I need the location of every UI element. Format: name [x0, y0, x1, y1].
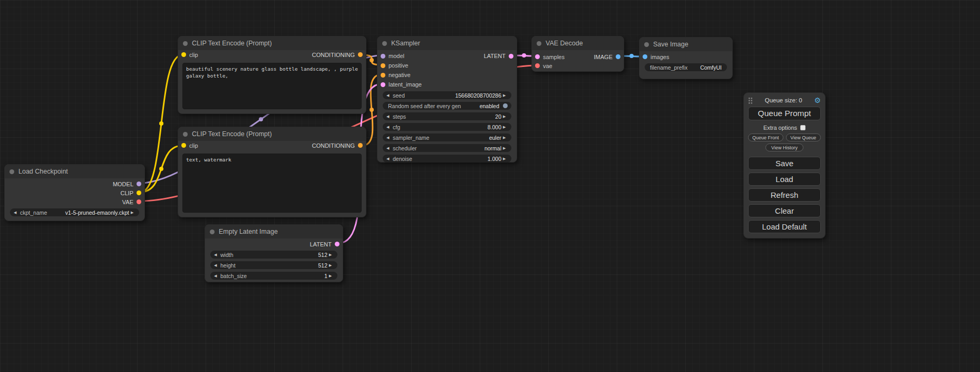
decrement-arrow-icon[interactable]: ◀ — [386, 125, 391, 129]
settings-gear-icon[interactable]: ⚙ — [814, 97, 821, 104]
seed-widget[interactable]: ◀ seed 156680208700286 ▶ — [383, 91, 511, 99]
node-ksampler: KSampler LATENT model positive negative — [377, 36, 517, 163]
decrement-arrow-icon[interactable]: ◀ — [386, 146, 391, 150]
positive-input-dot[interactable] — [381, 63, 385, 68]
samples-input-dot[interactable] — [535, 54, 540, 59]
random-seed-widget[interactable]: Random seed after every gen enabled — [383, 102, 511, 110]
randomize-toggle-dot[interactable] — [503, 103, 508, 108]
increment-arrow-icon[interactable]: ▶ — [503, 136, 508, 140]
decrement-arrow-icon[interactable]: ◀ — [386, 115, 391, 119]
node-title-bar[interactable]: Save Image — [639, 37, 732, 51]
queue-prompt-button[interactable]: Queue Prompt — [748, 107, 821, 120]
widget-label: batch_size — [220, 273, 247, 279]
collapse-dot-icon[interactable] — [183, 41, 188, 46]
input-label: samples — [543, 54, 565, 60]
height-widget[interactable]: ◀ height 512 ▶ — [210, 261, 337, 269]
vae-output-dot[interactable] — [137, 199, 141, 204]
collapse-dot-icon[interactable] — [644, 42, 649, 47]
negative-prompt-textarea[interactable]: text, watermark — [182, 154, 362, 213]
latent-output-dot[interactable] — [509, 54, 513, 59]
vae-input-dot[interactable] — [535, 63, 540, 68]
refresh-button[interactable]: Refresh — [748, 188, 821, 202]
output-slot-latent: LATENT — [205, 240, 343, 249]
load-default-button[interactable]: Load Default — [748, 220, 821, 233]
width-widget[interactable]: ◀ width 512 ▶ — [210, 251, 337, 259]
collapse-dot-icon[interactable] — [183, 132, 188, 137]
widget-value: 20 — [406, 113, 501, 120]
output-label: IMAGE — [594, 54, 613, 60]
increment-arrow-icon[interactable]: ▶ — [131, 211, 135, 215]
image-output-dot[interactable] — [616, 54, 620, 59]
widget-value: ComfyUI — [687, 64, 722, 71]
increment-arrow-icon[interactable]: ▶ — [329, 274, 334, 278]
output-label: LATENT — [484, 53, 506, 59]
input-slot-negative: negative — [377, 70, 517, 80]
batch-size-widget[interactable]: ◀ batch_size 1 ▶ — [210, 272, 337, 280]
increment-arrow-icon[interactable]: ▶ — [329, 253, 334, 257]
steps-widget[interactable]: ◀ steps 20 ▶ — [383, 112, 511, 120]
input-label: positive — [389, 62, 408, 69]
latent-output-dot[interactable] — [335, 242, 339, 246]
decrement-arrow-icon[interactable]: ◀ — [386, 136, 391, 140]
cfg-widget[interactable]: ◀ cfg 8.000 ▶ — [383, 123, 511, 131]
widget-value: 512 — [236, 262, 327, 269]
clip-input-dot[interactable] — [181, 52, 186, 57]
node-title-bar[interactable]: KSampler — [377, 36, 517, 50]
collapse-dot-icon[interactable] — [210, 230, 215, 234]
menu-drag-handle-icon[interactable] — [748, 97, 753, 104]
input-slot-vae: vae — [532, 61, 624, 70]
collapse-dot-icon[interactable] — [9, 169, 14, 174]
sampler-name-widget[interactable]: ◀ sampler_name euler ▶ — [383, 133, 511, 141]
decrement-arrow-icon[interactable]: ◀ — [214, 263, 219, 268]
node-title-bar[interactable]: CLIP Text Encode (Prompt) — [178, 36, 366, 50]
increment-arrow-icon[interactable]: ▶ — [503, 146, 508, 150]
clip-output-dot[interactable] — [137, 190, 141, 195]
conditioning-output-dot[interactable] — [358, 143, 363, 148]
clear-button[interactable]: Clear — [748, 204, 821, 217]
node-title-bar[interactable]: CLIP Text Encode (Prompt) — [178, 127, 366, 141]
save-button[interactable]: Save — [748, 157, 821, 170]
input-label: images — [651, 54, 669, 60]
clip-input-dot[interactable] — [181, 143, 186, 148]
latent-image-input-dot[interactable] — [381, 82, 385, 87]
node-title-bar[interactable]: Load Checkpoint — [5, 165, 144, 178]
ckpt-name-widget[interactable]: ◀ ckpt_name v1-5-pruned-emaonly.ckpt ▶ — [10, 208, 139, 216]
collapse-dot-icon[interactable] — [537, 41, 541, 46]
decrement-arrow-icon[interactable]: ◀ — [214, 253, 219, 257]
load-button[interactable]: Load — [748, 173, 821, 186]
view-history-button[interactable]: View History — [765, 144, 803, 151]
increment-arrow-icon[interactable]: ▶ — [503, 115, 508, 119]
decrement-arrow-icon[interactable]: ◀ — [386, 157, 391, 161]
increment-arrow-icon[interactable]: ▶ — [329, 263, 334, 268]
collapse-dot-icon[interactable] — [382, 41, 387, 46]
node-empty-latent-image: Empty Latent Image LATENT ◀ width 512 ▶ … — [205, 224, 343, 282]
widget-label: width — [220, 252, 234, 258]
conditioning-output-dot[interactable] — [358, 52, 363, 57]
scheduler-widget[interactable]: ◀ scheduler normal ▶ — [383, 144, 511, 152]
node-title-bar[interactable]: VAE Decode — [532, 36, 624, 50]
output-slot-clip: CLIP — [5, 188, 144, 197]
decrement-arrow-icon[interactable]: ◀ — [14, 211, 18, 215]
positive-prompt-textarea[interactable]: beautiful scenery nature glass bottle la… — [182, 63, 362, 109]
increment-arrow-icon[interactable]: ▶ — [503, 93, 508, 98]
view-queue-button[interactable]: View Queue — [786, 133, 821, 141]
decrement-arrow-icon[interactable]: ◀ — [214, 274, 219, 278]
node-title-bar[interactable]: Empty Latent Image — [205, 225, 343, 239]
node-clip-text-encode-negative: CLIP Text Encode (Prompt) clip CONDITION… — [178, 127, 366, 217]
images-input-dot[interactable] — [643, 54, 647, 59]
negative-input-dot[interactable] — [381, 73, 385, 78]
model-output-dot[interactable] — [137, 182, 141, 186]
input-label: vae — [543, 63, 552, 69]
increment-arrow-icon[interactable]: ▶ — [503, 125, 508, 129]
widget-label: scheduler — [393, 145, 417, 151]
queue-front-button[interactable]: Queue Front — [748, 133, 783, 141]
output-slot-conditioning: CONDITIONING — [312, 142, 363, 149]
input-label: latent_image — [389, 81, 422, 88]
increment-arrow-icon[interactable]: ▶ — [503, 157, 508, 161]
decrement-arrow-icon[interactable]: ◀ — [386, 93, 391, 98]
extra-options-checkbox[interactable] — [800, 125, 806, 130]
denoise-widget[interactable]: ◀ denoise 1.000 ▶ — [383, 155, 511, 163]
output-label: CLIP — [121, 190, 133, 196]
graph-canvas[interactable]: Load Checkpoint MODEL CLIP VAE ◀ ckpt_na… — [0, 0, 980, 372]
filename-prefix-widget[interactable]: filename_prefix ComfyUI — [645, 63, 727, 71]
